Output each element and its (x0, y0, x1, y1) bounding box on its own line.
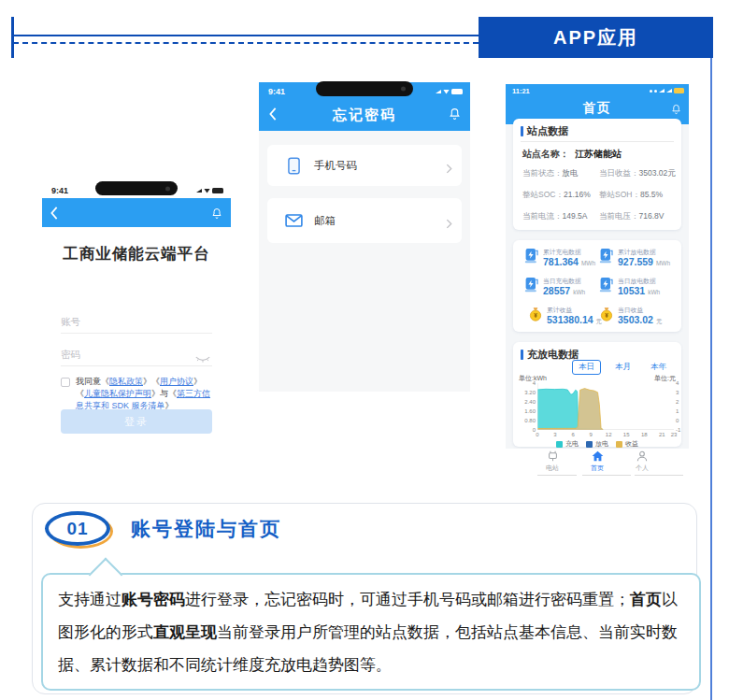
site-name-label: 站点名称： (522, 149, 569, 159)
reset-by-email-row[interactable]: 邮箱 (267, 198, 462, 243)
legend-swatch (556, 441, 563, 448)
nav-label: 个人 (619, 464, 665, 473)
agreement-link[interactable]: 隐私政策 (109, 377, 143, 386)
status-bar: 9:41 (42, 182, 231, 198)
axis-tick: 0 (536, 432, 538, 437)
axis-tick: 3 (676, 390, 687, 395)
axis-tick: 4 (676, 380, 687, 386)
nav-label: 首页 (574, 464, 621, 473)
header-accent (521, 126, 523, 136)
site-name-value: 江苏储能站 (575, 149, 622, 159)
card-title: 站点数据 (527, 124, 568, 138)
site-cell: 当前电压：716.8V (599, 211, 676, 222)
legend-item[interactable]: 充电 (556, 439, 579, 449)
charge-pile-icon (524, 248, 539, 268)
legend-item[interactable]: 放电 (586, 439, 608, 449)
stat-value: 3503.02 元 (618, 315, 662, 326)
legend-swatch (616, 441, 622, 448)
text-segment: 》与《 (151, 389, 177, 398)
stat-value: 927.559 MWh (618, 257, 670, 268)
stat-unit: MWh (581, 260, 595, 266)
camera-dot (165, 186, 170, 191)
nav-item-home[interactable]: 首页 (574, 450, 621, 473)
person-icon (619, 450, 665, 463)
stat-text: 当日收益3503.02 元 (618, 306, 662, 326)
y-axis-ticks-left: 43.202.401.600.800 (517, 380, 536, 433)
site-cell: 当前状态：放电 (522, 168, 599, 179)
chart-tab[interactable]: 本日 (572, 360, 601, 375)
axis-tick: 23 (671, 432, 678, 437)
nav-item-stations[interactable]: 电站 (529, 450, 576, 473)
page-title: 首页 (506, 100, 689, 117)
axis-tick: 3.20 (517, 390, 536, 395)
text-segment: 直观呈现 (153, 623, 217, 641)
battery-icon (212, 188, 223, 193)
row-label: 手机号码 (314, 159, 357, 173)
site-cell: 整站SOH：85.5% (599, 190, 676, 201)
stat-value: 781.364 MWh (543, 257, 595, 268)
status-icons (436, 89, 463, 94)
envelope-icon (284, 214, 303, 227)
agreement-link[interactable]: 用户协议 (160, 377, 193, 386)
chart-tab[interactable]: 本月 (609, 361, 636, 374)
nav-divider (635, 475, 683, 476)
axis-tick: 12 (606, 432, 612, 437)
back-icon[interactable] (50, 207, 61, 220)
text-segment: 进行登录，忘记密码时，可通过手机号码或邮箱进行密码重置； (185, 591, 630, 608)
signal-icon (659, 89, 665, 93)
site-row: 当前状态：放电 当日收益：3503.02元 (522, 168, 676, 179)
wifi-icon (204, 189, 210, 193)
stat-text: 累计放电数据927.559 MWh (618, 248, 670, 268)
chart-title: 充放电数据 (527, 348, 579, 362)
section-title: 账号登陆与首页 (131, 516, 281, 542)
stat-item: ¥累计收益531380.14 元 (528, 306, 602, 326)
site-cell: 整站SOC：21.16% (522, 190, 599, 201)
nav-item-profile[interactable]: 个人 (619, 450, 665, 473)
signal-icon (436, 90, 441, 93)
banner-app-section: APP应用 (479, 17, 713, 58)
statistics-card: 累计充电数据781.364 MWh累计放电数据927.559 MWh当日充电数据… (513, 240, 681, 332)
agreement-text: 我同意《隐私政策》《用户协议》 《儿童隐私保护声明》与《第三方信息共享和 SDK… (61, 376, 218, 412)
stat-item: 当日充电数据28557 kWh (524, 277, 585, 297)
bell-icon[interactable] (211, 207, 223, 220)
battery-icon (451, 89, 463, 94)
stat-value: 28557 kWh (543, 286, 585, 297)
header-accent (521, 350, 523, 360)
status-icons (650, 88, 684, 93)
station-icon (529, 450, 576, 463)
reset-by-phone-row[interactable]: 手机号码 (267, 145, 462, 186)
password-input[interactable] (61, 343, 212, 366)
screenshot-forgot-password-page: 9:41 忘记密码 手机号码 (259, 82, 470, 392)
legend-label: 放电 (595, 439, 608, 449)
agreement-link[interactable]: 儿童隐私保护声明 (84, 389, 151, 398)
bottom-nav: 电站 首页 个人 (506, 449, 689, 477)
legend-item[interactable]: 收益 (616, 439, 638, 449)
legend-swatch (586, 441, 593, 448)
axis-tick: 3 (553, 432, 556, 437)
eye-off-icon[interactable] (195, 350, 210, 359)
status-dot-icon (650, 90, 652, 93)
legend-label: 充电 (565, 439, 579, 449)
charge-pile-icon (599, 277, 614, 297)
axis-tick: 1.60 (517, 408, 536, 414)
screenshot-home-page: 11:21 首页 站点数据 站点名称：江苏储能站 当前状态 (506, 84, 689, 477)
phone-notch (95, 181, 178, 195)
axis-tick: -1 (676, 427, 687, 433)
site-row: 当前电流：149.5A 当前电压：716.8V (522, 211, 676, 222)
stat-item: 累计充电数据781.364 MWh (524, 248, 595, 268)
site-name-row: 站点名称：江苏储能站 (522, 148, 622, 161)
bell-icon[interactable] (671, 102, 681, 113)
account-input[interactable] (61, 310, 212, 334)
axis-tick: 0 (517, 427, 536, 433)
site-row: 整站SOC：21.16% 整站SOH：85.5% (522, 190, 676, 201)
header-rule-solid (13, 35, 479, 36)
stat-text: 累计充电数据781.364 MWh (543, 248, 595, 268)
site-data-card: 站点数据 站点名称：江苏储能站 当前状态：放电 当日收益：3503.02元 整站… (513, 119, 681, 230)
status-icons (196, 188, 223, 193)
stat-value: 10531 kWh (618, 286, 660, 297)
chart-card: 充放电数据 本日本月本年 单位:kWh 单位:元 43.202.401.600.… (513, 342, 681, 447)
login-button[interactable]: 登录 (61, 409, 212, 434)
chart-tab[interactable]: 本年 (645, 361, 672, 374)
nav-divider (537, 475, 577, 476)
chevron-right-icon (446, 161, 452, 171)
